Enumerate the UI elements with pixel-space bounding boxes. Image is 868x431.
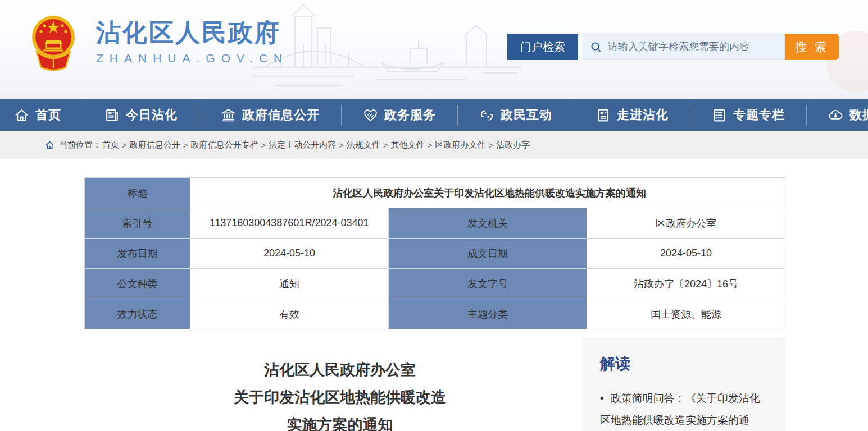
nav-item-topics[interactable]: 专题专栏 xyxy=(690,107,806,123)
document-icon xyxy=(596,108,611,123)
meta-label-publish-date: 发布日期 xyxy=(85,239,190,269)
table-row: 发布日期 2024-05-10 成文日期 2024-05-10 xyxy=(85,239,785,269)
breadcrumb-separator: > xyxy=(489,140,494,150)
interaction-chat-icon xyxy=(479,108,494,123)
gov-building-icon xyxy=(221,108,236,123)
document-title-line: 实施方案的通知 xyxy=(84,411,596,431)
site-title-block: 沾化区人民政府 ZHANHUA.GOV.CN xyxy=(96,18,288,65)
nav-item-home[interactable]: 首页 xyxy=(0,107,83,123)
meta-value-validity: 有效 xyxy=(190,299,389,329)
portal-search-button[interactable]: 门户检索 xyxy=(507,34,578,60)
breadcrumb-item[interactable]: 首页 xyxy=(102,140,119,150)
site-domain: ZHANHUA.GOV.CN xyxy=(96,52,288,65)
home-icon xyxy=(14,108,29,123)
nav-label: 首页 xyxy=(35,107,61,123)
search-input[interactable] xyxy=(608,41,778,53)
breadcrumb-separator: > xyxy=(383,140,388,150)
page-content: 标题 沾化区人民政府办公室关于印发沾化区地热能供暖改造实施方案的通知 索引号 1… xyxy=(0,159,868,431)
breadcrumb-item[interactable]: 其他文件 xyxy=(391,140,425,150)
meta-label-topic-category: 主题分类 xyxy=(389,299,587,329)
nav-item-gov-info[interactable]: 政府信息公开 xyxy=(199,107,341,123)
breadcrumb-home-icon xyxy=(45,140,54,150)
interpretation-link-text: 政策简明问答：《关于印发沾化区地热能供暖改造实施方案的通知》解读 xyxy=(600,392,760,431)
table-row: 效力状态 有效 主题分类 国土资源、能源 xyxy=(85,299,785,329)
meta-label-doc-type: 公文种类 xyxy=(85,269,190,299)
breadcrumb-item[interactable]: 政府信息公开 xyxy=(130,140,180,150)
meta-label-written-date: 成文日期 xyxy=(389,239,587,269)
meta-label-title: 标题 xyxy=(85,178,190,208)
meta-value-topic-category: 国土资源、能源 xyxy=(587,299,785,329)
document-title-line: 关于印发沾化区地热能供暖改造 xyxy=(84,384,596,411)
meta-label-index: 索引号 xyxy=(85,208,190,239)
search-submit-button[interactable]: 搜 索 xyxy=(785,34,839,60)
sidebar-title: 解读 xyxy=(600,354,770,374)
meta-value-doc-type: 通知 xyxy=(190,269,389,299)
breadcrumb-item[interactable]: 政府信息公开专栏 xyxy=(191,140,258,150)
nav-label: 专题专栏 xyxy=(733,107,785,123)
search-box xyxy=(583,34,785,60)
document-title-line: 沾化区人民政府办公室 xyxy=(84,356,596,384)
search-icon xyxy=(590,41,602,53)
breadcrumb-item[interactable]: 法规文件 xyxy=(347,140,380,150)
service-hands-icon xyxy=(363,108,378,123)
nav-item-today[interactable]: 今日沾化 xyxy=(83,107,199,123)
nav-label: 数据开放 xyxy=(849,107,868,123)
breadcrumb-separator: > xyxy=(183,140,188,150)
nav-item-visit[interactable]: 走进沾化 xyxy=(574,107,690,123)
newspaper-icon xyxy=(104,108,120,123)
breadcrumb-item[interactable]: 法定主动公开内容 xyxy=(269,140,336,150)
meta-label-issuing-org: 发文机关 xyxy=(389,208,587,239)
table-row: 索引号 11371603004387601R/2024-03401 发文机关 区… xyxy=(85,208,785,239)
nav-item-interaction[interactable]: 政民互动 xyxy=(458,107,574,123)
meta-value-index: 11371603004387601R/2024-03401 xyxy=(190,208,389,239)
table-row: 标题 沾化区人民政府办公室关于印发沾化区地热能供暖改造实施方案的通知 xyxy=(85,178,785,208)
breadcrumb-separator: > xyxy=(122,140,127,150)
nav-item-services[interactable]: 政务服务 xyxy=(342,107,457,123)
table-row: 公文种类 通知 发文字号 沾政办字〔2024〕16号 xyxy=(85,269,785,299)
bullet-icon: • xyxy=(600,392,604,404)
breadcrumb-prefix: 当前位置： xyxy=(59,140,101,150)
meta-value-issuing-org: 区政府办公室 xyxy=(587,208,785,239)
national-emblem-icon xyxy=(31,11,76,72)
interpretation-sidebar: 解读 •政策简明问答：《关于印发沾化区地热能供暖改造实施方案的通知》解读 xyxy=(583,337,785,431)
breadcrumb-separator: > xyxy=(428,140,433,150)
meta-label-doc-number: 发文字号 xyxy=(389,269,587,299)
meta-value-doc-number: 沾政办字〔2024〕16号 xyxy=(587,269,785,299)
nav-label: 政府信息公开 xyxy=(242,107,320,123)
site-header: 沾化区人民政府 ZHANHUA.GOV.CN 门户检索 搜 索 xyxy=(0,0,868,99)
meta-label-validity: 效力状态 xyxy=(85,299,190,329)
breadcrumb-item[interactable]: 区政府办文件 xyxy=(435,140,486,150)
nav-label: 走进沾化 xyxy=(617,107,669,123)
document-title: 沾化区人民政府办公室 关于印发沾化区地热能供暖改造 实施方案的通知 xyxy=(84,356,596,431)
breadcrumb-item-current: 沾政办字 xyxy=(496,140,530,150)
breadcrumb: 当前位置： 首页 > 政府信息公开 > 政府信息公开专栏 > 法定主动公开内容 … xyxy=(0,131,868,159)
main-nav: 首页 今日沾化 政府信息公开 政务服务 xyxy=(0,99,868,131)
interpretation-link[interactable]: •政策简明问答：《关于印发沾化区地热能供暖改造实施方案的通知》解读 xyxy=(600,387,770,431)
nav-label: 今日沾化 xyxy=(126,107,178,123)
list-icon xyxy=(712,108,727,123)
nav-label: 政民互动 xyxy=(501,107,552,123)
meta-value-publish-date: 2024-05-10 xyxy=(190,239,389,269)
site-logo[interactable]: 沾化区人民政府 ZHANHUA.GOV.CN xyxy=(31,11,288,72)
document-meta-table: 标题 沾化区人民政府办公室关于印发沾化区地热能供暖改造实施方案的通知 索引号 1… xyxy=(84,177,785,329)
breadcrumb-separator: > xyxy=(339,140,344,150)
site-name: 沾化区人民政府 xyxy=(96,18,288,47)
meta-value-written-date: 2024-05-10 xyxy=(587,239,785,269)
nav-label: 政务服务 xyxy=(384,107,436,123)
breadcrumb-separator: > xyxy=(261,140,266,150)
cloud-download-icon xyxy=(828,108,843,123)
meta-value-title: 沾化区人民政府办公室关于印发沾化区地热能供暖改造实施方案的通知 xyxy=(190,178,785,208)
nav-item-open-data[interactable]: 数据开放 xyxy=(807,107,868,123)
